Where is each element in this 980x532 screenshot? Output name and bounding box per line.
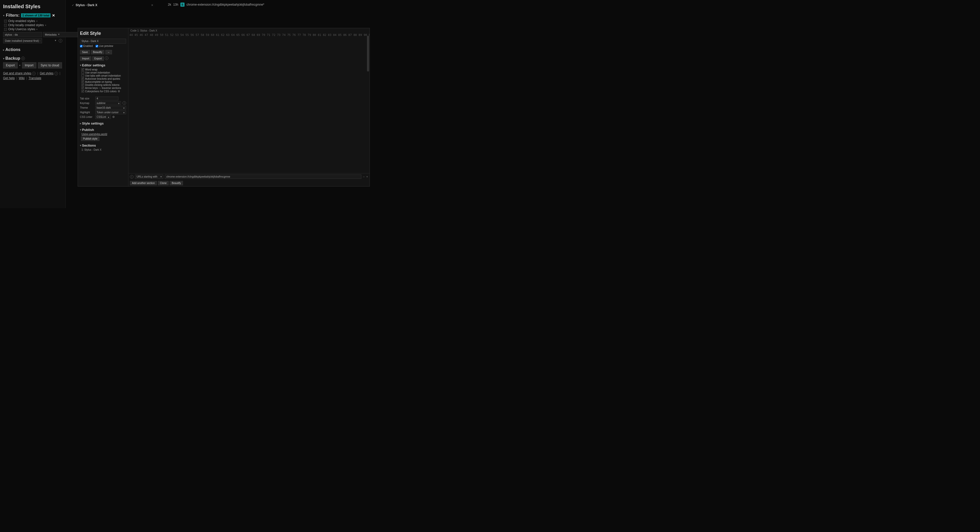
gear-icon[interactable]: ⚙ bbox=[118, 90, 120, 93]
page-title: Installed Styles bbox=[3, 3, 62, 10]
publish-button[interactable]: Publish style bbox=[81, 137, 99, 141]
style-meta: 2k 13h S chrome-extension://clngdbkpkpee… bbox=[168, 3, 264, 7]
only-usercss-checkbox[interactable] bbox=[4, 28, 7, 31]
url-label: chrome-extension://clngdbkpkpeebahjckkjf… bbox=[186, 3, 264, 6]
info-icon[interactable]: i bbox=[130, 175, 134, 178]
tabsize-input[interactable] bbox=[95, 97, 118, 100]
filter-count-badge: 1 shown of 130 total bbox=[21, 13, 51, 18]
sync-button[interactable]: Sync to cloud bbox=[38, 62, 62, 68]
info-icon[interactable]: i bbox=[54, 72, 58, 75]
info-icon[interactable]: i bbox=[123, 101, 126, 105]
close-icon[interactable]: × bbox=[151, 3, 153, 7]
smartindent-checkbox[interactable] bbox=[81, 71, 84, 74]
url-mode-select[interactable] bbox=[135, 175, 163, 179]
wiki-link[interactable]: Wiki bbox=[19, 76, 25, 80]
add-url-icon[interactable]: + bbox=[366, 175, 368, 178]
code-title: Code 1: Stylus - Dark X bbox=[128, 28, 369, 33]
age-label: 13h bbox=[173, 3, 178, 6]
line-gutter: 44 45 46 47 48 49 50 51 52 53 54 55 56 5… bbox=[128, 33, 369, 173]
userstyles-link[interactable]: Using userstyles.world bbox=[81, 133, 126, 135]
colorpicker-checkbox[interactable] bbox=[81, 90, 84, 92]
get-help-link[interactable]: Get help bbox=[3, 76, 14, 80]
style-settings-heading[interactable]: Style settings bbox=[82, 121, 104, 125]
scrollbar[interactable] bbox=[367, 36, 369, 72]
code-editor[interactable]: 44 45 46 47 48 49 50 51 52 53 54 55 56 5… bbox=[128, 33, 369, 173]
sections-heading[interactable]: Sections bbox=[82, 143, 96, 147]
filters-heading[interactable]: Filters: bbox=[6, 13, 19, 18]
backup-heading[interactable]: Backup bbox=[5, 56, 20, 61]
wordwrap-checkbox[interactable] bbox=[81, 68, 84, 71]
only-enabled-label: Only enabled styles bbox=[8, 19, 35, 23]
section-item[interactable]: 1: Stylus - Dark X bbox=[81, 148, 126, 151]
editor-sidebar: Edit Style Enabled Live preview Save Bea… bbox=[78, 28, 128, 186]
export-button[interactable]: Export bbox=[3, 62, 18, 68]
autocomplete-checkbox[interactable] bbox=[81, 80, 84, 83]
autoclose-checkbox[interactable] bbox=[81, 77, 84, 80]
size-label: 2k bbox=[168, 3, 171, 6]
save-button[interactable]: Save bbox=[80, 50, 90, 54]
clear-filter-icon[interactable]: ✕ bbox=[52, 13, 55, 18]
publish-heading[interactable]: Publish bbox=[82, 128, 94, 132]
url-input[interactable] bbox=[165, 175, 361, 179]
theme-select[interactable] bbox=[95, 106, 126, 110]
editor-window: Edit Style Enabled Live preview Save Bea… bbox=[78, 28, 370, 186]
beautify-button[interactable]: Beautify bbox=[91, 50, 104, 54]
import-button[interactable]: Import bbox=[80, 56, 91, 61]
linter-select[interactable] bbox=[95, 115, 111, 119]
search-scope-select[interactable] bbox=[43, 32, 82, 37]
remove-url-icon[interactable]: − bbox=[363, 175, 365, 178]
import-button[interactable]: Import bbox=[22, 62, 37, 68]
editor-settings-heading[interactable]: Editor settings bbox=[82, 63, 105, 67]
enabled-label: Enabled bbox=[83, 45, 93, 48]
preview-label: Live preview bbox=[99, 45, 113, 48]
collapse-icon[interactable]: ▾ bbox=[3, 14, 4, 17]
get-share-link[interactable]: Get and share styles bbox=[3, 72, 31, 75]
editor-title: Edit Style bbox=[80, 31, 126, 36]
enabled-check-icon: ✓ bbox=[72, 3, 74, 7]
actions-heading[interactable]: Actions bbox=[5, 48, 21, 52]
enabled-checkbox[interactable] bbox=[80, 45, 83, 48]
highlight-select[interactable] bbox=[95, 110, 126, 114]
clone-button[interactable]: Clone bbox=[158, 181, 169, 185]
get-styles-link[interactable]: Get styles bbox=[40, 72, 53, 75]
info-icon[interactable]: i bbox=[105, 56, 108, 60]
only-local-checkbox[interactable] bbox=[4, 24, 7, 27]
add-section-button[interactable]: Add another section bbox=[130, 181, 157, 185]
tab-title: Stylus - Dark X bbox=[76, 3, 97, 7]
only-local-label: Only locally created styles bbox=[8, 23, 44, 27]
info-icon[interactable]: i bbox=[32, 72, 36, 75]
info-icon[interactable]: i bbox=[21, 57, 25, 60]
tabs-checkbox[interactable] bbox=[81, 74, 84, 77]
search-input[interactable] bbox=[3, 32, 42, 37]
code-pane: Code 1: Stylus - Dark X 44 45 46 47 48 4… bbox=[128, 28, 369, 186]
beautify-button[interactable]: Beautify bbox=[170, 181, 183, 185]
dblclick-checkbox[interactable] bbox=[81, 84, 84, 86]
arrowkeys-checkbox[interactable] bbox=[81, 87, 84, 89]
stylus-badge-icon: S bbox=[180, 3, 185, 7]
export-button[interactable]: Export bbox=[92, 56, 104, 61]
only-enabled-checkbox[interactable] bbox=[4, 20, 7, 22]
style-name-input[interactable] bbox=[80, 39, 126, 43]
sort-select[interactable] bbox=[3, 38, 42, 43]
info-icon[interactable]: i bbox=[59, 39, 62, 43]
gear-icon[interactable]: ⚙ bbox=[112, 115, 115, 119]
keymap-select[interactable] bbox=[95, 101, 121, 105]
back-button[interactable]: ← bbox=[105, 50, 112, 54]
only-usercss-label: Only Usercss styles bbox=[8, 27, 35, 31]
manage-sidebar: Installed Styles ▾ Filters: 1 shown of 1… bbox=[0, 0, 65, 208]
translate-link[interactable]: Translate bbox=[29, 76, 41, 80]
preview-checkbox[interactable] bbox=[95, 45, 98, 48]
